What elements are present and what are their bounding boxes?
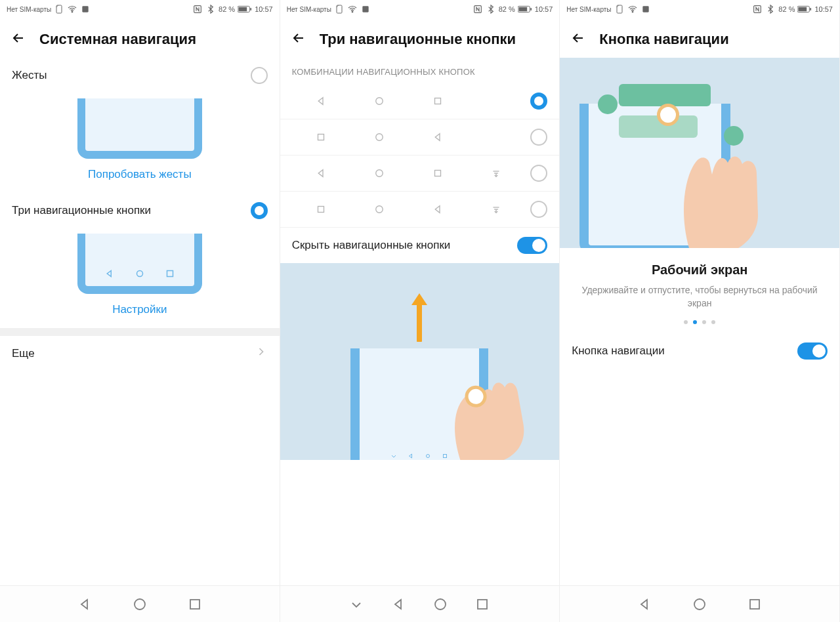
combo-option-2[interactable] — [280, 156, 560, 192]
home-icon — [366, 203, 392, 215]
svg-point-26 — [427, 455, 430, 458]
page-dot — [702, 320, 706, 324]
description-block: Рабочий экран Удерживайте и отпустите, ч… — [560, 248, 839, 316]
option-three-keys[interactable]: Три навигационные кнопки — [0, 193, 280, 228]
system-nav-bar — [280, 585, 560, 622]
sysnav-hide-icon[interactable] — [348, 596, 364, 612]
svg-rect-2 — [83, 6, 89, 12]
section-divider — [0, 328, 280, 336]
svg-rect-6 — [250, 8, 251, 10]
three-keys-settings-link[interactable]: Настройки — [0, 294, 280, 328]
svg-point-28 — [465, 386, 486, 407]
sysnav-recent-icon[interactable] — [747, 596, 763, 612]
radio-checked-icon — [251, 202, 268, 219]
sysnav-back-icon[interactable] — [77, 596, 93, 612]
page-dot — [693, 320, 697, 324]
screen-system-navigation: Нет SIM-карты 82 % 10:57 Системная навиг… — [0, 0, 280, 622]
wifi-icon — [627, 4, 638, 14]
notif-icon — [483, 203, 509, 215]
sysnav-recent-icon[interactable] — [474, 596, 490, 612]
clock: 10:57 — [535, 5, 553, 13]
page-title: Три навигационные кнопки — [320, 31, 516, 48]
back-icon — [425, 131, 451, 143]
description-title: Рабочий экран — [576, 262, 824, 278]
notif-icon — [483, 167, 509, 179]
hide-nav-keys-row[interactable]: Скрыть навигационные кнопки — [280, 228, 560, 263]
more-label: Еще — [12, 347, 35, 360]
sysnav-back-icon[interactable] — [637, 596, 652, 612]
page-title: Системная навигация — [39, 31, 196, 48]
toggle-on-icon[interactable] — [797, 342, 828, 360]
recent-icon — [425, 167, 451, 179]
svg-rect-37 — [810, 8, 812, 10]
option-gestures[interactable]: Жесты — [0, 58, 280, 93]
bluetooth-icon — [765, 4, 776, 14]
page-dot — [711, 320, 715, 324]
battery-icon — [238, 5, 252, 13]
status-bar: Нет SIM-карты 82 % 10:57 — [280, 0, 560, 18]
combo-option-3[interactable] — [280, 192, 560, 228]
sysnav-home-icon[interactable] — [692, 596, 707, 612]
option-three-keys-label: Три навигационные кнопки — [12, 204, 151, 217]
combo-option-0[interactable] — [280, 83, 560, 119]
svg-rect-30 — [478, 600, 487, 609]
sysnav-home-icon[interactable] — [432, 596, 448, 612]
nav-button-toggle-row[interactable]: Кнопка навигации — [560, 333, 839, 369]
svg-rect-5 — [239, 7, 247, 11]
radio-unchecked-icon — [530, 165, 547, 182]
nfc-icon — [472, 4, 483, 14]
sysnav-back-icon[interactable] — [390, 596, 406, 612]
back-icon — [425, 203, 451, 215]
page-title: Кнопка навигации — [599, 31, 728, 48]
bluetooth-icon — [205, 4, 216, 14]
nfc-icon — [192, 4, 203, 14]
hide-nav-keys-label: Скрыть навигационные кнопки — [292, 239, 451, 252]
back-icon — [308, 95, 334, 107]
svg-rect-16 — [518, 7, 527, 11]
svg-point-1 — [72, 11, 73, 12]
sysnav-home-icon[interactable] — [132, 596, 148, 612]
screen-navigation-button: Нет SIM-карты 82 % 10:57 Кнопка навигаци… — [560, 0, 840, 622]
svg-point-22 — [376, 170, 383, 177]
svg-rect-19 — [434, 98, 440, 104]
svg-point-9 — [135, 599, 145, 610]
radio-unchecked-icon — [251, 67, 268, 84]
svg-rect-13 — [362, 6, 368, 12]
status-bar: Нет SIM-карты 82 % 10:57 — [0, 0, 280, 18]
battery-pct: 82 % — [219, 5, 235, 13]
svg-rect-23 — [434, 171, 440, 176]
nav-button-toggle-label: Кнопка навигации — [572, 344, 664, 358]
toggle-on-icon[interactable] — [517, 237, 547, 254]
page-indicator — [560, 316, 839, 333]
hand-icon — [415, 324, 548, 460]
header: Системная навигация — [0, 18, 280, 58]
svg-rect-36 — [799, 7, 807, 11]
back-button[interactable] — [570, 30, 586, 49]
battery-icon — [518, 5, 532, 13]
battery-pct: 82 % — [499, 5, 515, 13]
hide-nav-illustration — [280, 263, 560, 460]
screen-three-nav-keys: Нет SIM-карты 82 % 10:57 Три навигационн… — [280, 0, 560, 622]
three-keys-illustration — [0, 228, 280, 294]
combo-option-1[interactable] — [280, 119, 560, 156]
back-icon — [308, 167, 334, 179]
clock: 10:57 — [814, 5, 833, 13]
home-icon — [366, 131, 392, 143]
try-gestures-link[interactable]: Попробовать жесты — [0, 159, 280, 193]
sysnav-recent-icon[interactable] — [187, 596, 203, 612]
svg-rect-39 — [750, 600, 759, 609]
svg-point-38 — [694, 599, 705, 610]
sim-icon-1 — [54, 4, 64, 14]
system-nav-bar — [0, 585, 280, 622]
bluetooth-icon — [486, 4, 496, 14]
svg-rect-10 — [190, 600, 200, 609]
sim-status: Нет SIM-карты — [566, 6, 611, 13]
back-button[interactable] — [291, 30, 306, 49]
back-button[interactable] — [10, 30, 26, 49]
svg-point-25 — [376, 206, 383, 213]
radio-checked-icon — [530, 93, 547, 110]
recent-icon — [308, 131, 334, 143]
more-row[interactable]: Еще — [0, 336, 280, 371]
sim-icon-1 — [334, 4, 345, 14]
sim-icon-1 — [614, 4, 625, 14]
